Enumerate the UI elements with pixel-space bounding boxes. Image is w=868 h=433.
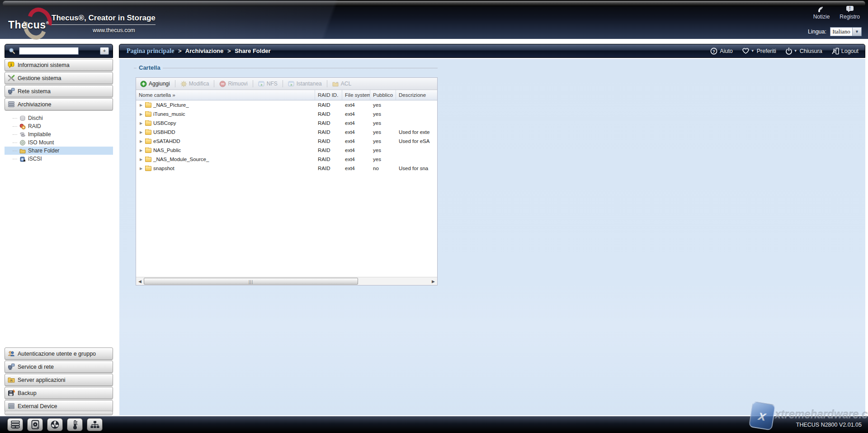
column-header-nome-cartella[interactable]: Nome cartella » xyxy=(136,90,315,100)
sidebar-item-label: iSCSI xyxy=(28,156,42,162)
row-expander-icon[interactable]: ▶ xyxy=(139,148,143,152)
sidebar-item-backup[interactable]: Backup xyxy=(5,387,113,399)
column-header-pubblico[interactable]: Pubblico xyxy=(370,90,396,100)
sidebar-item-label: Server applicazioni xyxy=(18,377,66,383)
iscsi-icon xyxy=(19,156,26,162)
storage-stack-icon xyxy=(8,101,15,108)
breadcrumb-separator: > xyxy=(227,48,231,54)
row-expander-icon[interactable]: ▶ xyxy=(139,167,143,171)
rimuovi-button[interactable]: Rimuovi xyxy=(217,80,250,88)
scrollbar-track[interactable]: ||| xyxy=(144,278,429,285)
sidebar-item-autenticazione[interactable]: Autenticazione utente e gruppo xyxy=(5,347,113,360)
row-expander-icon[interactable]: ▶ xyxy=(139,139,143,143)
folder-icon xyxy=(145,121,151,126)
row-expander-icon[interactable]: ▶ xyxy=(139,157,143,162)
file-system-cell: ext4 xyxy=(342,138,370,144)
firmware-version: THECUS N2800 V2.01.05 xyxy=(796,422,862,428)
column-header-raid-id[interactable]: RAID ID. xyxy=(315,90,342,100)
raid-id-cell: RAID xyxy=(315,157,342,162)
sidebar-item-label: Share Folder xyxy=(28,148,59,154)
acl-button[interactable]: ACL xyxy=(330,80,354,88)
pubblico-cell: yes xyxy=(370,148,396,153)
logout-button[interactable]: Logout xyxy=(831,48,859,55)
modifica-button[interactable]: Modifica xyxy=(178,80,212,88)
table-row[interactable]: ▶USBHDD RAID ext4 yes Used for exte xyxy=(136,128,437,137)
sidebar-resize-strip[interactable] xyxy=(5,411,113,415)
folder-icon xyxy=(145,139,151,144)
column-header-file-system[interactable]: File system xyxy=(342,90,370,100)
favorites-button[interactable]: ▼ Preferiti xyxy=(742,48,776,54)
sidebar-add-button[interactable]: + xyxy=(100,47,109,55)
scrollbar-thumb[interactable]: ||| xyxy=(144,278,358,285)
sidebar-item-impilabile[interactable]: Impilabile xyxy=(5,130,113,138)
table-row[interactable]: ▶eSATAHDD RAID ext4 yes Used for eSA xyxy=(136,137,437,146)
raid-id-cell: RAID xyxy=(315,111,342,117)
file-system-cell: ext4 xyxy=(342,129,370,135)
sidebar-item-service-di-rete[interactable]: Service di rete xyxy=(5,361,113,373)
disk-icon xyxy=(19,115,26,121)
row-expander-icon[interactable]: ▶ xyxy=(139,130,143,134)
fan-status-icon[interactable] xyxy=(47,418,63,431)
temperature-status-icon[interactable] xyxy=(67,418,83,431)
sidebar-item-gestione-sistema[interactable]: Gestione sistema xyxy=(5,72,113,84)
sidebar-item-dischi[interactable]: Dischi xyxy=(5,114,113,122)
table-row[interactable]: ▶_NAS_Picture_ RAID ext4 yes xyxy=(136,100,437,109)
notizie-link[interactable]: Notizie xyxy=(813,5,830,20)
sidebar-item-raid[interactable]: RAID xyxy=(5,122,113,130)
sidebar-item-share-folder[interactable]: Share Folder xyxy=(5,147,113,155)
iso-disc-icon xyxy=(19,140,26,146)
sidebar-item-informazioni-sistema[interactable]: i Informazioni sistema xyxy=(5,59,113,71)
shutdown-button[interactable]: ▼ Chiusura xyxy=(785,48,822,55)
pubblico-cell: yes xyxy=(370,120,396,126)
registro-link[interactable]: ! Registro xyxy=(840,5,860,20)
aggiungi-button[interactable]: Aggiungi xyxy=(138,80,172,88)
raid-status-icon[interactable] xyxy=(7,418,23,431)
sidebar-item-external-device[interactable]: External Device xyxy=(5,400,113,412)
sidebar-item-server-applicazioni[interactable]: + Server applicazioni xyxy=(5,374,113,386)
grid-header-row: Nome cartella » RAID ID. File system Pub… xyxy=(136,90,437,100)
breadcrumb-section: Archiviazione xyxy=(185,48,224,54)
table-row[interactable]: ▶iTunes_music RAID ext4 yes xyxy=(136,109,437,119)
row-expander-icon[interactable]: ▶ xyxy=(139,121,143,125)
row-expander-icon[interactable]: ▶ xyxy=(139,103,143,107)
svg-text:i: i xyxy=(10,62,12,67)
fieldset-title: Cartella xyxy=(137,64,163,71)
disk-status-icon[interactable] xyxy=(27,418,43,431)
sidebar-item-archiviazione[interactable]: Archiviazione xyxy=(5,98,113,110)
sidebar-item-iscsi[interactable]: iSCSI xyxy=(5,155,113,163)
table-row[interactable]: ▶USBCopy RAID ext4 yes xyxy=(136,119,437,128)
column-header-descrizione[interactable]: Descrizione xyxy=(396,90,437,100)
raid-id-cell: RAID xyxy=(315,166,342,171)
nfs-button[interactable]: NFS xyxy=(256,80,280,88)
acl-icon xyxy=(332,81,339,87)
sidebar-item-iso-mount[interactable]: ISO Mount xyxy=(5,138,113,147)
pubblico-cell: yes xyxy=(370,157,396,162)
toolbar-button-label: NFS xyxy=(267,81,278,87)
table-row[interactable]: ▶_NAS_Module_Source_ RAID ext4 yes xyxy=(136,155,437,164)
language-select[interactable]: Italiano ▼ xyxy=(830,27,862,36)
brand-tagline: Thecus®, Creator in Storage xyxy=(52,14,156,25)
table-row[interactable]: ▶NAS_Public RAID ext4 yes xyxy=(136,146,437,155)
chevron-down-icon[interactable]: ▼ xyxy=(852,28,861,36)
nfs-icon xyxy=(258,81,265,87)
scroll-left-arrow[interactable]: ◀ xyxy=(136,278,144,285)
network-icon xyxy=(8,363,15,370)
sidebar: i Informazioni sistema Gestione sistema … xyxy=(5,59,113,415)
backup-icon xyxy=(8,390,15,396)
scroll-right-arrow[interactable]: ▶ xyxy=(429,278,437,285)
breadcrumb-root-link[interactable]: Pagina principale xyxy=(127,48,174,54)
main-content-panel: Cartella Aggiungi Modifica xyxy=(119,59,865,415)
row-expander-icon[interactable]: ▶ xyxy=(139,112,143,116)
cartella-fieldset: Cartella Aggiungi Modifica xyxy=(134,68,438,290)
horizontal-scrollbar[interactable]: ◀ ||| ▶ xyxy=(136,277,437,285)
pubblico-cell: no xyxy=(370,166,396,171)
folder-name: USBHDD xyxy=(153,129,175,135)
help-button[interactable]: ? Aiuto xyxy=(710,48,733,55)
log-bubble-icon: ! xyxy=(846,5,854,13)
folder-name: _NAS_Module_Source_ xyxy=(153,157,209,162)
table-row[interactable]: ▶snapshot RAID ext4 no Used for sna xyxy=(136,164,437,173)
sidebar-item-rete-sistema[interactable]: Rete sistema xyxy=(5,85,113,97)
istantanea-button[interactable]: Istantanea xyxy=(286,80,324,88)
search-input[interactable] xyxy=(19,47,79,55)
network-status-icon[interactable] xyxy=(87,418,103,431)
